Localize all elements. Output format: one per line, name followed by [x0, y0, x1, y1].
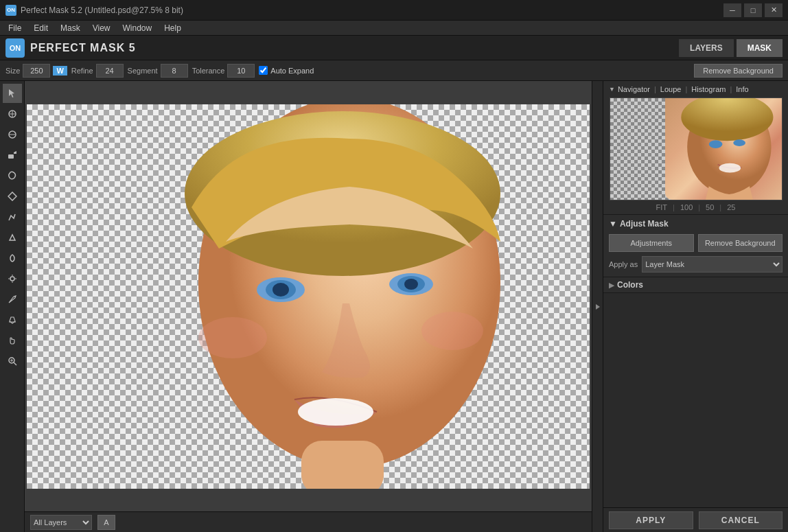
apply-button[interactable]: APPLY: [609, 511, 693, 529]
canvas-area[interactable]: All Layers Current Layer A: [25, 81, 592, 532]
auto-expand-checkbox[interactable]: [259, 66, 268, 75]
zoom-100[interactable]: 100: [680, 203, 693, 211]
auto-expand-group: Auto Expand: [259, 66, 314, 75]
smart-brush-tool-button[interactable]: [3, 146, 22, 165]
fill-tool-button[interactable]: [3, 310, 22, 329]
tab-layers[interactable]: LAYERS: [679, 39, 734, 57]
app-title: PERFECT MASK 5: [30, 42, 136, 54]
menu-view[interactable]: View: [87, 22, 116, 34]
remove-background-panel-button[interactable]: Remove Background: [698, 234, 783, 252]
svg-point-27: [298, 398, 373, 426]
navigator-thumbnail: [610, 97, 783, 200]
colors-expand-icon: ▶: [609, 281, 614, 289]
zoom-50[interactable]: 50: [706, 203, 714, 211]
maximize-button[interactable]: □: [744, 3, 762, 17]
select-tool-button[interactable]: [3, 84, 22, 103]
panel-collapse-arrow[interactable]: [592, 81, 603, 532]
navigator-tab-histogram[interactable]: Histogram: [691, 85, 726, 93]
layer-select[interactable]: All Layers Current Layer: [30, 515, 92, 530]
colors-title: Colors: [617, 280, 643, 290]
navigator-tab-info[interactable]: Info: [736, 85, 748, 93]
toolbar: Size W Refine Segment Tolerance Auto Exp…: [0, 60, 788, 81]
bottom-buttons: APPLY CANCEL: [603, 507, 788, 532]
segment-input[interactable]: [161, 64, 188, 78]
pen-tool-button[interactable]: [3, 290, 22, 309]
zoom-25[interactable]: 25: [727, 203, 735, 211]
apply-as-label: Apply as: [609, 260, 638, 268]
refine-input[interactable]: [96, 64, 124, 78]
blur-sharpen-tool-button[interactable]: [3, 228, 22, 247]
tolerance-input[interactable]: [227, 64, 255, 78]
hand-tool-button[interactable]: [3, 331, 22, 350]
main-area: All Layers Current Layer A ▼ Navigator |…: [0, 81, 788, 532]
navigator-title: Navigator: [618, 85, 650, 93]
menu-help[interactable]: Help: [159, 22, 187, 34]
app-header-left: ON PERFECT MASK 5: [5, 38, 136, 58]
size-input[interactable]: [23, 64, 50, 78]
navigator-section: ▼ Navigator | Loupe | Histogram | Info: [603, 81, 788, 214]
adjust-mask-title: Adjust Mask: [620, 219, 669, 229]
color-decontaminate-tool-button[interactable]: [3, 248, 22, 268]
remove-background-button[interactable]: Remove Background: [694, 64, 783, 78]
colors-header[interactable]: ▶ Colors: [609, 280, 783, 290]
magic-wand-tool-button[interactable]: [3, 269, 22, 288]
left-toolbar: [0, 81, 25, 532]
svg-point-23: [273, 283, 289, 297]
size-group: Size W: [5, 64, 67, 78]
adjust-mask-buttons-row: Adjustments Remove Background: [609, 234, 783, 252]
menu-mask[interactable]: Mask: [55, 22, 86, 34]
adjust-mask-collapse-icon[interactable]: ▼: [609, 219, 617, 229]
brush-add-tool-button[interactable]: [3, 104, 22, 124]
canvas-container: [25, 81, 592, 511]
blob-tool-button[interactable]: [3, 166, 22, 185]
titlebar-controls: ─ □ ✕: [723, 3, 783, 17]
canvas-image: [27, 104, 590, 489]
auto-expand-label: Auto Expand: [270, 67, 314, 75]
refine-group: Refine: [71, 64, 124, 78]
status-label: A: [97, 515, 115, 530]
svg-point-34: [708, 140, 722, 148]
titlebar-title: Perfect Mask 5.2 (Untitled.psd@27.5% 8 b…: [21, 5, 183, 15]
navigator-tab-loupe[interactable]: Loupe: [660, 85, 682, 93]
navigator-sep2: |: [685, 85, 687, 93]
svg-marker-0: [9, 89, 14, 97]
svg-point-12: [10, 277, 14, 281]
refine-label: Refine: [71, 67, 93, 75]
app-header-tabs: LAYERS MASK: [679, 39, 783, 57]
zoom-tool-button[interactable]: [3, 351, 22, 371]
navigator-zoom-bar: FIT | 100 | 50 | 25: [609, 203, 783, 211]
svg-point-36: [719, 163, 741, 173]
svg-marker-7: [8, 192, 16, 200]
apply-as-select[interactable]: Layer Mask Pixel Mask New Layer: [642, 256, 783, 273]
navigator-collapse-icon[interactable]: ▼: [609, 86, 615, 93]
w-label: W: [53, 66, 67, 76]
zoom-fit[interactable]: FIT: [656, 203, 668, 211]
tolerance-group: Tolerance: [192, 64, 255, 78]
minimize-button[interactable]: ─: [723, 3, 741, 17]
adjust-mask-header: ▼ Adjust Mask: [609, 219, 783, 229]
navigator-sep1: |: [654, 85, 656, 93]
segment-group: Segment: [128, 64, 188, 78]
svg-point-26: [404, 279, 418, 290]
segment-label: Segment: [128, 67, 158, 75]
close-button[interactable]: ✕: [765, 3, 783, 17]
menu-edit[interactable]: Edit: [28, 22, 54, 34]
cancel-button[interactable]: CANCEL: [699, 511, 783, 529]
menubar: File Edit Mask View Window Help: [0, 21, 788, 36]
canvas[interactable]: [27, 104, 590, 489]
app-icon: ON: [5, 5, 16, 16]
menu-file[interactable]: File: [3, 22, 27, 34]
edge-tool-button[interactable]: [3, 207, 22, 227]
chisel-tool-button[interactable]: [3, 187, 22, 206]
svg-line-16: [14, 362, 16, 365]
svg-point-29: [198, 317, 267, 358]
adjustments-button[interactable]: Adjustments: [609, 234, 694, 252]
app-header: ON PERFECT MASK 5 LAYERS MASK: [0, 36, 788, 60]
colors-section: ▶ Colors: [603, 277, 788, 292]
svg-point-30: [421, 312, 483, 350]
navigator-header: ▼ Navigator | Loupe | Histogram | Info: [609, 85, 783, 93]
menu-window[interactable]: Window: [117, 22, 158, 34]
tab-mask[interactable]: MASK: [737, 39, 783, 57]
brush-remove-tool-button[interactable]: [3, 125, 22, 144]
chevron-right-icon: [594, 303, 601, 310]
